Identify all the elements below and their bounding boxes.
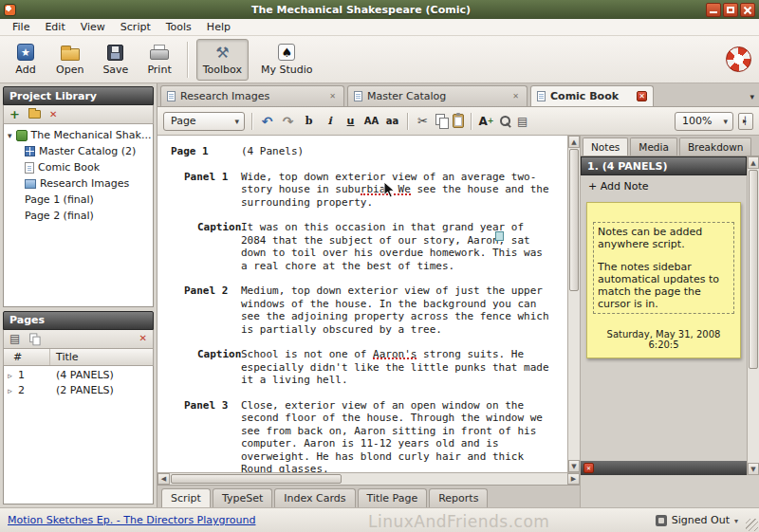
bold-button[interactable]: b [301,112,317,131]
tab-typeset[interactable]: TypeSet [213,488,272,507]
notes-section-title: 1. (4 PANELS) [587,160,667,173]
scroll-left-icon[interactable] [157,473,170,485]
script-block-caption[interactable]: Caption It was on this occasion in that … [157,221,567,272]
close-notes-icon[interactable] [583,463,594,473]
block-label: Panel 2 [157,284,241,336]
tree-item-research-images[interactable]: Research Images [6,175,151,192]
add-item-icon[interactable] [9,108,20,120]
account-status-icon [656,515,667,526]
tab-master-catalog[interactable]: Master Catalog [347,85,528,106]
save-button[interactable]: Save [96,39,135,81]
tab-overflow-chevron-icon[interactable] [750,92,754,101]
font-size-button[interactable] [478,112,494,131]
script-vertical-scrollbar[interactable] [567,136,580,472]
format-select[interactable]: Page [163,112,245,131]
tab-index-cards[interactable]: Index Cards [274,488,355,507]
project-book-icon [16,130,28,141]
scroll-down-icon[interactable] [568,460,580,472]
menu-view[interactable]: View [73,20,113,34]
script-page[interactable]: Page 1 (4 Panels) Panel 1 Wide, top down… [157,136,567,472]
close-icon[interactable] [740,3,755,17]
uppercase-button[interactable]: AA [363,112,380,131]
menu-script[interactable]: Script [113,20,158,34]
tree-item-page2-final[interactable]: Page 2 (final) [6,208,151,224]
minimize-icon[interactable] [706,3,721,17]
my-studio-button[interactable]: My Studio [254,39,320,81]
column-number[interactable]: # [4,349,50,365]
paste-button[interactable] [453,114,464,128]
stack-view-icon[interactable] [30,333,40,344]
script-block-panel[interactable]: Panel 1 Wide, top down exterior view of … [157,171,567,210]
undo-button[interactable]: ↶ [259,112,275,131]
table-row[interactable]: 1 (4 PANELS) [4,368,153,383]
table-row[interactable]: 2 (2 PANELS) [4,383,153,398]
cut-button[interactable]: ✂ [415,112,431,131]
print-button[interactable]: Print [140,39,177,81]
pages-close-icon[interactable] [139,334,147,343]
column-title[interactable]: Title [50,351,153,363]
row-expander-icon[interactable] [4,384,16,396]
tree-item-page1-final[interactable]: Page 1 (final) [6,192,151,208]
add-note-button[interactable]: + Add Note [581,175,747,196]
notes-scrollbar[interactable] [747,156,759,475]
tab-notes[interactable]: Notes [583,138,628,156]
script-block-page[interactable]: Page 1 (4 Panels) [157,145,567,158]
add-button[interactable]: Add [8,39,44,81]
sidebar-collapse-button[interactable] [738,113,753,130]
list-view-icon[interactable] [9,332,20,345]
expander-icon[interactable] [8,129,12,141]
scrollbar-thumb[interactable] [749,170,758,369]
notes-list-icon[interactable] [517,115,528,128]
lowercase-button[interactable]: aa [384,112,400,131]
copy-button[interactable] [435,114,448,128]
tab-media[interactable]: Media [630,138,677,156]
script-block-panel[interactable]: Panel 3 Close, exterior view of an open … [157,399,567,473]
help-lifesaver-icon[interactable] [726,46,751,72]
new-folder-icon[interactable] [28,110,41,119]
tab-close-icon[interactable] [327,91,338,101]
underline-button[interactable]: u [342,112,359,131]
note-anchor-icon[interactable] [495,231,504,241]
toolbox-button[interactable]: Toolbox [196,39,249,81]
tab-script[interactable]: Script [161,488,211,507]
menu-help[interactable]: Help [199,20,238,34]
tree-item-master-catalog[interactable]: Master Catalog (2) [6,143,151,159]
menu-edit[interactable]: Edit [37,20,72,34]
pages-title: Pages [9,314,45,326]
sign-in-status[interactable]: Signed Out [656,514,751,526]
scroll-down-icon[interactable] [748,463,759,475]
notes-sidebar: Notes Media Breakdown 1. (4 PANELS) + Ad… [581,136,759,507]
scroll-up-icon[interactable] [748,156,759,169]
search-icon[interactable] [499,115,512,128]
tab-breakdown[interactable]: Breakdown [679,138,752,156]
script-block-caption[interactable]: Caption School is not one of Aaron's str… [157,348,567,387]
tree-label: Research Images [40,177,129,190]
menu-file[interactable]: File [5,20,37,34]
row-expander-icon[interactable] [4,369,16,381]
tab-comic-book[interactable]: Comic Book [530,85,654,106]
tab-research-images[interactable]: Research Images [160,85,344,106]
tree-item-comic-book[interactable]: Comic Book [6,159,151,175]
delete-item-icon[interactable] [49,110,57,119]
open-button[interactable]: Open [49,39,90,81]
italic-button[interactable]: i [322,112,338,131]
tree-item-project-root[interactable]: The Mechanical Shak... [6,127,151,143]
redo-button[interactable]: ↷ [280,112,296,131]
tab-reports[interactable]: Reports [429,488,488,507]
tab-title-page[interactable]: Title Page [358,488,428,507]
project-link[interactable]: Motion Sketches Ep. - The Directors Play… [8,514,255,526]
resize-grip[interactable] [746,519,758,531]
script-block-panel[interactable]: Panel 2 Medium, top down exterior view o… [157,284,567,336]
tab-close-icon[interactable] [637,91,647,101]
note-text-box[interactable]: Notes can be added anywhere script. The … [593,222,734,314]
menu-tools[interactable]: Tools [158,20,199,34]
maximize-icon[interactable] [723,3,738,17]
scrollbar-thumb[interactable] [569,149,579,291]
script-horizontal-scrollbar[interactable] [157,472,580,485]
scrollbar-thumb[interactable] [171,474,342,484]
zoom-select[interactable]: 100% [675,112,733,131]
tab-close-icon[interactable] [510,91,521,101]
scroll-right-icon[interactable] [567,473,580,485]
sticky-note[interactable]: Notes can be added anywhere script. The … [586,202,741,358]
scroll-up-icon[interactable] [568,136,580,148]
